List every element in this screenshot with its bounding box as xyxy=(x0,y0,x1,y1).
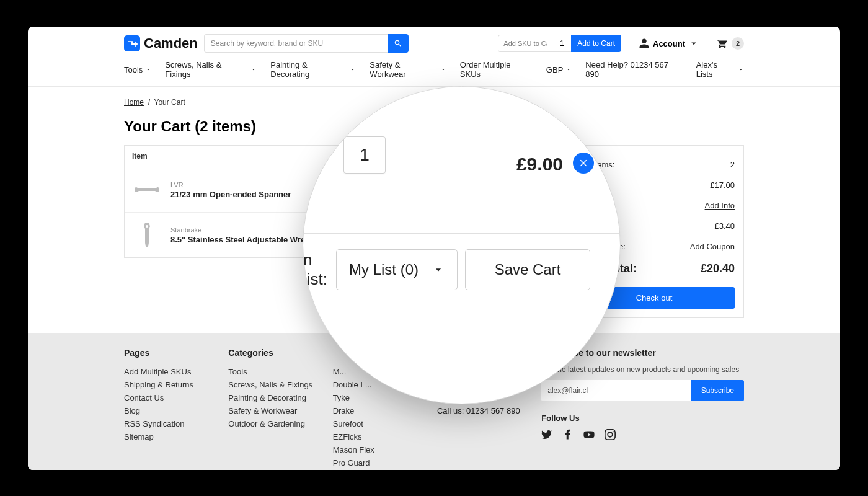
nav-safety[interactable]: Safety & Workwear xyxy=(370,60,446,79)
search-input[interactable] xyxy=(204,34,388,53)
search xyxy=(204,34,409,53)
svg-point-0 xyxy=(146,225,148,228)
cart-link[interactable]: 2 xyxy=(717,37,744,50)
breadcrumb-home[interactable]: Home xyxy=(124,98,144,107)
quantity-input[interactable]: 1 xyxy=(343,136,386,174)
footer-link[interactable]: Mason Flex xyxy=(333,443,437,456)
youtube-icon[interactable] xyxy=(583,429,595,440)
nav-tools[interactable]: Tools xyxy=(124,65,151,74)
logo-icon xyxy=(124,35,140,51)
product-thumb xyxy=(132,175,162,205)
save-cart-button[interactable]: Save Cart xyxy=(465,249,590,290)
main-nav: Tools Screws, Nails & Fixings Painting &… xyxy=(28,60,840,87)
cart-count: 2 xyxy=(732,37,744,50)
spanner-icon xyxy=(133,185,161,195)
user-icon xyxy=(639,38,650,49)
save-list-label: n list: xyxy=(303,250,327,289)
footer-link[interactable]: Stanbrake xyxy=(333,469,437,470)
footer-link[interactable]: Contact Us xyxy=(124,391,228,404)
footer-link[interactable]: Add Multiple SKUs xyxy=(124,365,228,378)
footer-link[interactable]: Sitemap xyxy=(124,430,228,443)
chevron-down-icon xyxy=(738,66,744,73)
header: Camden Add to Cart Account 2 xyxy=(28,27,840,60)
chevron-down-icon xyxy=(565,66,572,73)
newsletter-desc: Get the latest updates on new products a… xyxy=(541,365,744,374)
footer-pages-title: Pages xyxy=(124,348,228,358)
close-icon xyxy=(578,157,589,169)
account-menu[interactable]: Account xyxy=(639,38,699,49)
total-items-value: 2 xyxy=(730,160,735,169)
footer-link[interactable]: Surefoot xyxy=(333,417,437,430)
shipping-add-info[interactable]: Add Info xyxy=(705,201,735,210)
footer-categories-title: Categories xyxy=(228,348,332,358)
footer-link[interactable]: Drake xyxy=(333,404,437,417)
grand-value: £20.40 xyxy=(701,262,735,275)
wrench-icon xyxy=(140,221,154,249)
account-label: Account xyxy=(653,39,685,48)
sku-qty[interactable] xyxy=(552,35,571,52)
search-button[interactable] xyxy=(388,34,409,53)
brand-name: Camden xyxy=(144,35,198,51)
footer-link[interactable]: Tools xyxy=(228,365,332,378)
footer-link[interactable]: Screws, Nails & Fixings xyxy=(228,378,332,391)
footer-newsletter: Subscribe to our newsletter Get the late… xyxy=(541,348,744,470)
product-thumb xyxy=(132,220,162,250)
magnifier-lens: 1 £9.00 n list: My List (0) Save Cart xyxy=(303,86,621,404)
chevron-down-icon xyxy=(432,264,445,276)
footer-pages: Pages Add Multiple SKUs Shipping & Retur… xyxy=(124,348,228,470)
item-name[interactable]: 8.5" Stainless Steel Adjustable Wrench xyxy=(170,235,319,244)
logo[interactable]: Camden xyxy=(124,35,198,51)
subscribe-button[interactable]: Subscribe xyxy=(691,380,744,401)
footer-link[interactable]: Shipping & Returns xyxy=(124,378,228,391)
currency-selector[interactable]: GBP xyxy=(546,65,572,74)
nav-order-multiple[interactable]: Order Multiple SKUs xyxy=(460,60,533,79)
breadcrumb-current: Your Cart xyxy=(154,98,185,107)
chevron-down-icon xyxy=(250,66,257,73)
twitter-icon[interactable] xyxy=(541,429,552,440)
list-select[interactable]: My List (0) xyxy=(336,249,458,290)
footer-link[interactable]: Painting & Decorating xyxy=(228,391,332,404)
search-icon xyxy=(394,39,402,48)
chevron-down-icon xyxy=(440,66,446,73)
instagram-icon[interactable] xyxy=(604,429,616,440)
nav-screws[interactable]: Screws, Nails & Fixings xyxy=(165,60,257,79)
footer-phone[interactable]: Call us: 01234 567 890 xyxy=(437,406,541,415)
nav-painting[interactable]: Painting & Decorating xyxy=(270,60,356,79)
subtotal-value: £17.00 xyxy=(710,180,735,190)
add-to-cart-button[interactable]: Add to Cart xyxy=(571,35,621,52)
chevron-down-icon xyxy=(350,66,356,73)
remove-item-button[interactable] xyxy=(573,153,594,174)
facebook-icon[interactable] xyxy=(562,429,574,440)
footer-link[interactable]: RSS Syndication xyxy=(124,417,228,430)
item-name[interactable]: 21/23 mm Open-ended Spanner xyxy=(170,190,291,199)
follow-title: Follow Us xyxy=(541,414,744,423)
footer-link[interactable]: Blog xyxy=(124,404,228,417)
tax-value: £3.40 xyxy=(714,221,735,231)
quick-add: Add to Cart xyxy=(498,35,621,52)
item-brand: LVR xyxy=(170,181,291,188)
user-lists[interactable]: Alex's Lists xyxy=(696,60,744,79)
item-price: £9.00 xyxy=(516,154,563,175)
chevron-down-icon xyxy=(688,38,699,49)
coupon-add[interactable]: Add Coupon xyxy=(690,242,735,251)
chevron-down-icon xyxy=(145,66,151,73)
item-brand: Stanbrake xyxy=(170,226,319,234)
footer-link[interactable]: Safety & Workwear xyxy=(228,404,332,417)
help-phone[interactable]: Need Help? 01234 567 890 xyxy=(585,60,682,79)
footer-categories: Categories Tools Screws, Nails & Fixings… xyxy=(228,348,332,470)
footer-link[interactable]: Pro Guard xyxy=(333,456,437,469)
footer-link[interactable]: Outdoor & Gardening xyxy=(228,417,332,430)
social-links xyxy=(541,429,744,440)
footer-link[interactable]: EZFicks xyxy=(333,430,437,443)
sku-input[interactable] xyxy=(498,35,552,52)
list-select-value: My List (0) xyxy=(349,261,418,278)
cart-icon xyxy=(717,38,728,49)
newsletter-input[interactable] xyxy=(541,380,691,401)
